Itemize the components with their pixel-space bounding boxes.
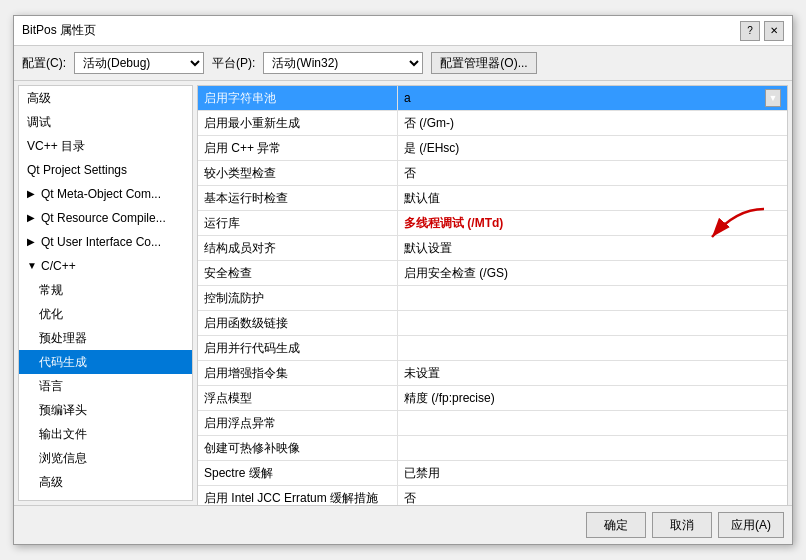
tree-item-cpp-opt[interactable]: 优化 — [19, 302, 192, 326]
prop-value-runtime-check: 默认值 — [398, 186, 787, 210]
cancel-button[interactable]: 取消 — [652, 512, 712, 538]
prop-name-min-rebuild: 启用最小重新生成 — [198, 111, 398, 135]
tree-item-cpp-output[interactable]: 输出文件 — [19, 422, 192, 446]
prop-name-runtime-lib: 运行库 — [198, 211, 398, 235]
prop-value-runtime-lib: 多线程调试 (/MTd) — [398, 211, 787, 235]
prop-value-struct-align: 默认设置 — [398, 236, 787, 260]
title-bar: BitPos 属性页 ? ✕ — [14, 16, 792, 46]
expand-arrow-qt-resource: ▶ — [27, 208, 39, 228]
prop-row-runtime-check[interactable]: 基本运行时检查 默认值 — [198, 186, 787, 211]
prop-name-cpp-exceptions: 启用 C++ 异常 — [198, 136, 398, 160]
platform-label: 平台(P): — [212, 55, 255, 72]
tree-item-qt-project[interactable]: Qt Project Settings — [19, 158, 192, 182]
tree-item-cpp-browse[interactable]: 浏览信息 — [19, 446, 192, 470]
config-select[interactable]: 活动(Debug) — [74, 52, 204, 74]
prop-value-intel-jcc: 否 — [398, 486, 787, 505]
expand-arrow-qt-meta: ▶ — [27, 184, 39, 204]
prop-name-runtime-check: 基本运行时检查 — [198, 186, 398, 210]
prop-name-float-except: 启用浮点异常 — [198, 411, 398, 435]
tree-item-debug[interactable]: 调试 — [19, 110, 192, 134]
ok-button[interactable]: 确定 — [586, 512, 646, 538]
prop-value-hotpatch — [398, 436, 787, 460]
prop-value-security-check: 启用安全检查 (/GS) — [398, 261, 787, 285]
main-content: 高级 调试 VC++ 目录 Qt Project Settings ▶ Qt M… — [14, 81, 792, 505]
left-tree-panel: 高级 调试 VC++ 目录 Qt Project Settings ▶ Qt M… — [18, 85, 193, 501]
prop-row-security-check[interactable]: 安全检查 启用安全检查 (/GS) — [198, 261, 787, 286]
prop-row-hotpatch[interactable]: 创建可热修补映像 — [198, 436, 787, 461]
string-pool-input[interactable] — [404, 91, 765, 105]
prop-name-func-link: 启用函数级链接 — [198, 311, 398, 335]
expand-arrow-qt-ui: ▶ — [27, 232, 39, 252]
prop-value-small-type: 否 — [398, 161, 787, 185]
main-dialog: BitPos 属性页 ? ✕ 配置(C): 活动(Debug) 平台(P): 活… — [13, 15, 793, 545]
prop-value-ctrl-flow — [398, 286, 787, 310]
prop-row-spectre[interactable]: Spectre 缓解 已禁用 — [198, 461, 787, 486]
prop-row-func-link[interactable]: 启用函数级链接 — [198, 311, 787, 336]
tree-item-cpp-adv[interactable]: 高级 — [19, 470, 192, 494]
prop-name-spectre: Spectre 缓解 — [198, 461, 398, 485]
tree-item-cpp-general[interactable]: 常规 — [19, 278, 192, 302]
title-controls: ? ✕ — [740, 21, 784, 41]
tree-item-cpp[interactable]: ▼ C/C++ — [19, 254, 192, 278]
tree-item-cpp-preproc[interactable]: 预处理器 — [19, 326, 192, 350]
prop-name-intel-jcc: 启用 Intel JCC Erratum 缓解措施 — [198, 486, 398, 505]
prop-row-enhanced-instset[interactable]: 启用增强指令集 未设置 — [198, 361, 787, 386]
tree-item-cpp-all[interactable]: 所有选项 — [19, 494, 192, 501]
expand-arrow-cpp: ▼ — [27, 256, 39, 276]
prop-name-small-type: 较小类型检查 — [198, 161, 398, 185]
prop-row-cpp-exceptions[interactable]: 启用 C++ 异常 是 (/EHsc) — [198, 136, 787, 161]
prop-value-parallel-codegen — [398, 336, 787, 360]
tree-item-cpp-pch[interactable]: 预编译头 — [19, 398, 192, 422]
prop-name-enhanced-instset: 启用增强指令集 — [198, 361, 398, 385]
dialog-title: BitPos 属性页 — [22, 22, 96, 39]
prop-row-small-type[interactable]: 较小类型检查 否 — [198, 161, 787, 186]
prop-row-string-pool[interactable]: 启用字符串池 ▼ — [198, 86, 787, 111]
config-bar: 配置(C): 活动(Debug) 平台(P): 活动(Win32) 配置管理器(… — [14, 46, 792, 81]
platform-select[interactable]: 活动(Win32) — [263, 52, 423, 74]
config-manager-button[interactable]: 配置管理器(O)... — [431, 52, 536, 74]
right-panel-wrapper: 启用字符串池 ▼ 启用最小重新生成 否 (/Gm-) 启用 C++ 异常 — [197, 85, 788, 501]
prop-row-parallel-codegen[interactable]: 启用并行代码生成 — [198, 336, 787, 361]
properties-table: 启用字符串池 ▼ 启用最小重新生成 否 (/Gm-) 启用 C++ 异常 — [197, 85, 788, 505]
prop-row-float-except[interactable]: 启用浮点异常 — [198, 411, 787, 436]
prop-value-enhanced-instset: 未设置 — [398, 361, 787, 385]
prop-name-float-model: 浮点模型 — [198, 386, 398, 410]
tree-item-advanced[interactable]: 高级 — [19, 86, 192, 110]
apply-button[interactable]: 应用(A) — [718, 512, 784, 538]
tree-item-qt-resource[interactable]: ▶ Qt Resource Compile... — [19, 206, 192, 230]
prop-name-struct-align: 结构成员对齐 — [198, 236, 398, 260]
prop-name-parallel-codegen: 启用并行代码生成 — [198, 336, 398, 360]
right-panel: 启用字符串池 ▼ 启用最小重新生成 否 (/Gm-) 启用 C++ 异常 — [197, 85, 788, 505]
tree-item-vc-dirs[interactable]: VC++ 目录 — [19, 134, 192, 158]
bottom-bar: 确定 取消 应用(A) — [14, 505, 792, 544]
close-button[interactable]: ✕ — [764, 21, 784, 41]
prop-name-ctrl-flow: 控制流防护 — [198, 286, 398, 310]
prop-value-float-except — [398, 411, 787, 435]
prop-row-min-rebuild[interactable]: 启用最小重新生成 否 (/Gm-) — [198, 111, 787, 136]
prop-value-min-rebuild: 否 (/Gm-) — [398, 111, 787, 135]
prop-value-func-link — [398, 311, 787, 335]
prop-name-hotpatch: 创建可热修补映像 — [198, 436, 398, 460]
dropdown-btn-string-pool[interactable]: ▼ — [765, 89, 781, 107]
help-button[interactable]: ? — [740, 21, 760, 41]
prop-value-spectre: 已禁用 — [398, 461, 787, 485]
prop-row-ctrl-flow[interactable]: 控制流防护 — [198, 286, 787, 311]
tree-item-cpp-lang[interactable]: 语言 — [19, 374, 192, 398]
tree-item-qt-ui[interactable]: ▶ Qt User Interface Co... — [19, 230, 192, 254]
prop-name-security-check: 安全检查 — [198, 261, 398, 285]
tree-item-qt-meta[interactable]: ▶ Qt Meta-Object Com... — [19, 182, 192, 206]
prop-name-string-pool: 启用字符串池 — [198, 86, 398, 110]
prop-row-struct-align[interactable]: 结构成员对齐 默认设置 — [198, 236, 787, 261]
prop-value-float-model: 精度 (/fp:precise) — [398, 386, 787, 410]
prop-row-runtime-lib[interactable]: 运行库 多线程调试 (/MTd) — [198, 211, 787, 236]
config-label: 配置(C): — [22, 55, 66, 72]
prop-value-string-pool: ▼ — [398, 86, 787, 110]
prop-value-cpp-exceptions: 是 (/EHsc) — [398, 136, 787, 160]
tree-item-cpp-codegen[interactable]: 代码生成 — [19, 350, 192, 374]
prop-row-intel-jcc[interactable]: 启用 Intel JCC Erratum 缓解措施 否 — [198, 486, 787, 505]
prop-row-float-model[interactable]: 浮点模型 精度 (/fp:precise) — [198, 386, 787, 411]
